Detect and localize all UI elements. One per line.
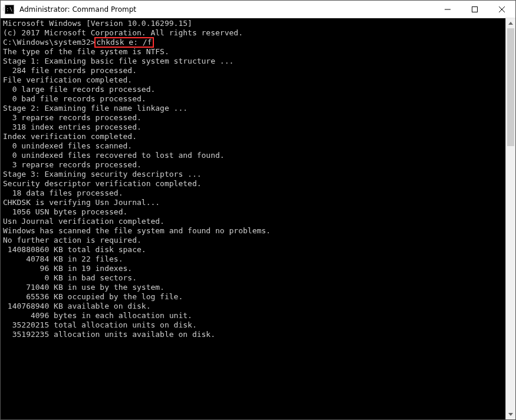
output-line: 40784 KB in 22 files. [3, 254, 503, 264]
titlebar[interactable]: C:\. Administrator: Command Prompt [1, 1, 515, 18]
output-line: 140880860 KB total disk space. [3, 245, 503, 254]
output-line: 35192235 allocation units available on d… [3, 330, 503, 339]
window-title: Administrator: Command Prompt [18, 5, 434, 14]
output-line: 0 bad file records processed. [3, 94, 503, 104]
output-line: 96 KB in 19 indexes. [3, 264, 503, 273]
svg-marker-4 [508, 22, 513, 25]
client-area: Microsoft Windows [Version 10.0.16299.15… [1, 18, 515, 419]
output-line: 35220215 total allocation units on disk. [3, 320, 503, 330]
output-line: File verification completed. [3, 75, 503, 85]
prompt-line: C:\Windows\system32>chkdsk e: /f [3, 38, 503, 47]
output-line: 1056 USN bytes processed. [3, 207, 503, 217]
highlighted-command: chkdsk e: /f [94, 37, 155, 48]
output-line: Windows has scanned the file system and … [3, 226, 503, 236]
output-line: 140768940 KB available on disk. [3, 302, 503, 311]
output-line: 4096 bytes in each allocation unit. [3, 311, 503, 320]
window-controls [434, 1, 515, 18]
svg-marker-5 [508, 413, 513, 416]
maximize-button[interactable] [461, 1, 488, 18]
system-menu[interactable]: C:\. [1, 5, 18, 14]
output-line: The type of the file system is NTFS. [3, 47, 503, 57]
output-line: Stage 2: Examining file name linkage ... [3, 104, 503, 113]
scroll-up-button[interactable] [506, 18, 515, 28]
output-line: 3 reparse records processed. [3, 113, 503, 123]
output-line: Security descriptor verification complet… [3, 179, 503, 188]
output-line: Stage 3: Examining security descriptors … [3, 170, 503, 179]
output-line: Usn Journal verification completed. [3, 217, 503, 226]
output-line: Microsoft Windows [Version 10.0.16299.15… [3, 19, 503, 28]
output-line: 0 large file records processed. [3, 85, 503, 94]
vertical-scrollbar[interactable] [505, 18, 515, 419]
svg-rect-1 [472, 6, 478, 12]
terminal-output[interactable]: Microsoft Windows [Version 10.0.16299.15… [1, 18, 505, 419]
output-line: 65536 KB occupied by the log file. [3, 292, 503, 302]
output-line: 18 data files processed. [3, 188, 503, 198]
output-line: 318 index entries processed. [3, 123, 503, 132]
output-line: Stage 1: Examining basic file system str… [3, 57, 503, 66]
output-line: 284 file records processed. [3, 66, 503, 75]
output-line: CHKDSK is verifying Usn Journal... [3, 198, 503, 207]
scroll-thumb[interactable] [507, 28, 514, 146]
minimize-button[interactable] [434, 1, 461, 18]
close-button[interactable] [488, 1, 515, 18]
output-line: No further action is required. [3, 236, 503, 245]
scroll-down-button[interactable] [506, 409, 515, 419]
prompt-path: C:\Windows\system32> [3, 38, 96, 47]
output-line: Index verification completed. [3, 132, 503, 141]
output-line: 3 reparse records processed. [3, 160, 503, 170]
output-line: 0 unindexed files scanned. [3, 141, 503, 151]
cmd-icon: C:\. [5, 5, 14, 14]
output-line: 0 KB in bad sectors. [3, 273, 503, 283]
output-line: 71040 KB in use by the system. [3, 283, 503, 292]
output-line: 0 unindexed files recovered to lost and … [3, 151, 503, 160]
scroll-track[interactable] [506, 28, 515, 409]
output-line: (c) 2017 Microsoft Corporation. All righ… [3, 28, 503, 38]
